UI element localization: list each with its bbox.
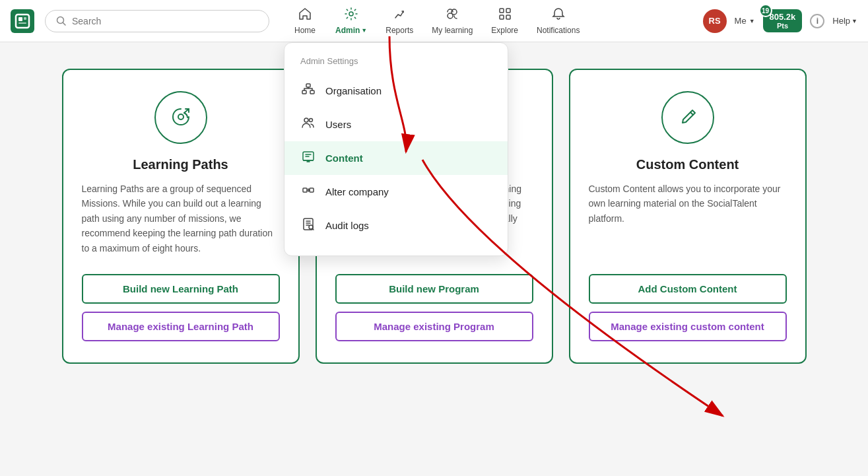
svg-line-5 <box>63 22 66 25</box>
nav-notifications[interactable]: Notifications <box>529 3 587 39</box>
manage-custom-content-button[interactable]: Manage existing custom content <box>589 312 787 341</box>
svg-point-8 <box>451 9 457 15</box>
svg-rect-1 <box>18 17 22 21</box>
search-input[interactable] <box>72 16 258 26</box>
nav-reports-label: Reports <box>385 26 413 35</box>
custom-content-buttons: Add Custom Content Manage existing custo… <box>589 274 787 341</box>
svg-point-16 <box>304 118 308 122</box>
svg-rect-19 <box>303 188 307 192</box>
learning-paths-title: Learning Paths <box>133 157 228 172</box>
my-learning-icon <box>445 7 459 24</box>
explore-icon <box>498 7 512 24</box>
custom-content-icon <box>674 104 702 131</box>
nav-reports[interactable]: Reports <box>378 3 421 39</box>
header-right: RS Me ▼ 19 805.2k Pts i Help ▼ <box>703 9 857 33</box>
build-program-button[interactable]: Build new Program <box>335 274 533 304</box>
dropdown-item-audit-logs[interactable]: Audit logs <box>284 209 508 242</box>
nav-notifications-label: Notifications <box>537 26 580 35</box>
learning-paths-buttons: Build new Learning Path Manage existing … <box>82 274 280 341</box>
main-nav: Home Admin ▼ Reports My learning <box>285 3 703 39</box>
learning-paths-icon <box>167 104 195 131</box>
admin-icon <box>344 7 358 24</box>
alter-company-label: Alter company <box>325 186 389 197</box>
home-icon <box>298 7 312 24</box>
custom-content-card: Custom Content Custom Content allows you… <box>569 69 807 364</box>
svg-rect-12 <box>506 15 510 19</box>
nav-my-learning[interactable]: My learning <box>424 3 481 39</box>
manage-learning-path-button[interactable]: Manage existing Learning Path <box>82 312 280 341</box>
points-badge: 19 805.2k Pts <box>763 9 803 32</box>
learning-paths-card: Learning Paths Learning Paths are a grou… <box>62 69 300 364</box>
custom-content-desc: Custom Content allows you to incorporate… <box>589 182 787 226</box>
content-label: Content <box>325 153 363 164</box>
audit-logs-icon <box>300 217 316 234</box>
nav-my-learning-label: My learning <box>432 26 473 35</box>
header: Home Admin ▼ Reports My learning <box>0 0 868 42</box>
custom-content-icon-wrap <box>661 91 714 144</box>
svg-rect-3 <box>18 22 26 24</box>
dropdown-title: Admin Settings <box>284 56 508 74</box>
svg-rect-20 <box>310 188 314 192</box>
svg-rect-10 <box>506 9 510 13</box>
audit-logs-label: Audit logs <box>325 220 369 231</box>
dropdown-item-alter-company[interactable]: Alter company <box>284 175 508 209</box>
reports-icon <box>392 7 407 24</box>
me-chevron-icon: ▼ <box>749 18 755 24</box>
svg-point-6 <box>349 12 353 16</box>
add-custom-content-button[interactable]: Add Custom Content <box>589 274 787 304</box>
custom-content-title: Custom Content <box>636 157 739 172</box>
users-label: Users <box>325 119 351 130</box>
learning-paths-icon-wrap <box>154 91 207 144</box>
search-box[interactable] <box>45 10 269 32</box>
alter-company-icon <box>300 183 316 201</box>
notifications-icon <box>551 7 566 24</box>
learning-paths-desc: Learning Paths are a group of sequenced … <box>82 182 280 255</box>
svg-rect-2 <box>24 17 26 20</box>
svg-rect-21 <box>304 219 313 230</box>
help-icon[interactable]: i <box>810 14 824 28</box>
me-menu[interactable]: Me ▼ <box>735 16 755 26</box>
dropdown-item-content[interactable]: Content <box>284 141 508 175</box>
nav-home[interactable]: Home <box>285 3 325 39</box>
programs-buttons: Build new Program Manage existing Progra… <box>335 274 533 341</box>
organisation-icon <box>300 82 316 100</box>
help-chevron-icon: ▼ <box>851 18 857 24</box>
nav-home-label: Home <box>294 26 316 35</box>
users-icon <box>300 116 316 133</box>
dropdown-item-organisation[interactable]: Organisation <box>284 74 508 108</box>
svg-rect-0 <box>16 15 29 28</box>
manage-program-button[interactable]: Manage existing Program <box>335 312 533 341</box>
nav-explore-label: Explore <box>491 26 518 35</box>
day-badge: 19 <box>759 4 772 17</box>
dropdown-item-users[interactable]: Users <box>284 108 508 141</box>
nav-admin[interactable]: Admin ▼ <box>327 3 375 39</box>
build-learning-path-button[interactable]: Build new Learning Path <box>82 274 280 304</box>
svg-rect-9 <box>500 9 504 13</box>
avatar[interactable]: RS <box>703 9 727 33</box>
svg-rect-11 <box>500 15 504 19</box>
nav-explore[interactable]: Explore <box>483 3 526 39</box>
search-icon <box>56 16 67 26</box>
logo[interactable] <box>11 9 34 33</box>
help-button[interactable]: Help ▼ <box>832 16 857 26</box>
organisation-label: Organisation <box>325 85 382 96</box>
admin-dropdown: Admin Settings Organisation Users Conten… <box>284 42 508 256</box>
nav-admin-label: Admin ▼ <box>335 26 367 35</box>
svg-point-17 <box>310 119 313 122</box>
content-icon <box>300 149 316 167</box>
